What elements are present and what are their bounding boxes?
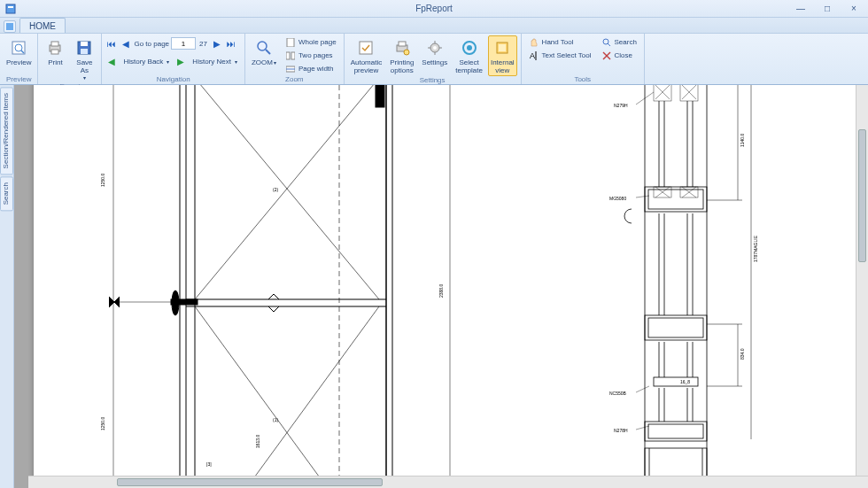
whole-page-button[interactable]: Whole page	[282, 35, 340, 49]
internal-view-icon	[493, 39, 511, 57]
svg-rect-15	[286, 52, 290, 59]
svg-rect-83	[648, 190, 703, 209]
svg-line-36	[608, 43, 610, 46]
app-icon	[4, 2, 18, 16]
svg-rect-14	[287, 38, 294, 47]
preview-icon	[10, 39, 27, 57]
page-width-button[interactable]: Page width	[282, 62, 340, 75]
svg-point-12	[258, 42, 267, 50]
whole-page-icon	[285, 37, 296, 48]
search-icon	[601, 37, 612, 48]
hand-tool-button[interactable]: Hand Tool	[525, 35, 595, 49]
svg-rect-11	[81, 49, 88, 54]
svg-point-24	[433, 46, 437, 50]
zoom-icon	[255, 39, 273, 57]
settings-button[interactable]: Settings	[419, 35, 450, 68]
horizontal-scrollbar[interactable]	[28, 476, 868, 488]
hand-icon	[529, 37, 539, 48]
svg-rect-39	[180, 85, 392, 488]
svg-line-46	[195, 85, 379, 299]
zoom-button[interactable]: ZOOM▾	[249, 35, 279, 69]
scrollbar-thumb[interactable]	[858, 129, 866, 262]
svg-rect-76	[654, 85, 671, 101]
svg-text:A: A	[530, 51, 535, 60]
svg-rect-1	[8, 6, 13, 8]
svg-line-128	[636, 196, 649, 198]
group-export: Print Save As ▾ Export	[38, 34, 102, 84]
close-button[interactable]: ×	[841, 1, 866, 15]
text-select-icon: A	[529, 50, 539, 61]
svg-text:(2): (2)	[273, 187, 278, 192]
svg-text:[3]: [3]	[206, 461, 212, 467]
svg-rect-32	[499, 44, 506, 51]
svg-line-47	[195, 85, 379, 299]
save-icon	[75, 39, 93, 57]
ribbon: Preview Preview Print Save As ▾ Export	[0, 34, 868, 85]
svg-rect-2	[6, 23, 13, 30]
svg-text:2388.0: 2388.0	[438, 283, 444, 298]
history-next-button[interactable]: History Next▾	[189, 55, 241, 68]
vertical-scrollbar[interactable]	[856, 85, 868, 476]
svg-rect-82	[645, 187, 707, 212]
svg-line-13	[266, 50, 270, 54]
svg-rect-19	[360, 42, 372, 54]
template-icon	[461, 39, 478, 57]
content-area: Section/Rendered items Search	[0, 85, 868, 488]
history-back-button[interactable]: History Back▾	[120, 55, 173, 68]
history-next-arrow[interactable]: ▶	[174, 55, 187, 67]
save-as-button[interactable]: Save As ▾	[71, 35, 97, 82]
group-navigation: ⏮ ◀ Go to page 27 ▶ ⏭ ◀ History Back▾ ▶ …	[102, 34, 244, 84]
page-total-label: 27	[198, 40, 209, 48]
svg-rect-16	[291, 52, 295, 59]
search-button[interactable]: Search	[598, 35, 640, 49]
svg-text:1787MAGLIE: 1787MAGLIE	[753, 235, 758, 262]
tab-home[interactable]: HOME	[19, 18, 66, 33]
svg-line-48	[195, 306, 379, 488]
page-number-input[interactable]	[171, 37, 196, 50]
history-back-arrow[interactable]: ◀	[105, 55, 118, 67]
select-template-button[interactable]: Select template	[453, 35, 485, 76]
save-as-dropdown-icon: ▾	[83, 74, 86, 81]
side-tab-sections[interactable]: Section/Rendered items	[0, 87, 13, 174]
two-pages-icon	[285, 50, 296, 61]
svg-rect-8	[51, 50, 58, 54]
svg-rect-95	[648, 318, 703, 337]
svg-rect-10	[81, 42, 88, 46]
group-preview: Preview Preview	[0, 34, 38, 84]
svg-text:(1): (1)	[273, 417, 278, 422]
group-zoom: ZOOM▾ Whole page Two pages Page width Zo…	[245, 34, 345, 84]
preview-button[interactable]: Preview	[4, 35, 34, 68]
next-page-button[interactable]: ▶	[211, 37, 223, 50]
report-page: 1250.0 1250.0 (2) (1) [3] 1613.0 2388.0	[34, 85, 866, 488]
scrollbar-thumb[interactable]	[117, 478, 383, 486]
svg-point-30	[467, 45, 472, 50]
group-settings: Automatic preview Printing options Setti…	[345, 34, 522, 84]
svg-text:N278H: N278H	[614, 428, 628, 433]
window-title: FpReport	[415, 4, 453, 13]
qat-button[interactable]	[4, 20, 16, 33]
tab-row: HOME	[0, 18, 868, 34]
maximize-button[interactable]: □	[815, 1, 840, 15]
automatic-preview-button[interactable]: Automatic preview	[348, 35, 385, 76]
svg-rect-40	[186, 85, 386, 488]
close-tool-button[interactable]: Close	[598, 49, 640, 62]
two-pages-button[interactable]: Two pages	[282, 49, 340, 62]
group-tools: Hand Tool A Text Select Tool Search Clos…	[522, 34, 645, 84]
minimize-button[interactable]: —	[788, 1, 813, 15]
canvas[interactable]: 1250.0 1250.0 (2) (1) [3] 1613.0 2388.0	[14, 85, 868, 488]
svg-text:1140.0: 1140.0	[740, 133, 745, 147]
print-button[interactable]: Print	[42, 35, 68, 68]
last-page-button[interactable]: ⏭	[225, 37, 237, 50]
internal-view-button[interactable]: Internal view	[488, 35, 517, 76]
side-tab-search[interactable]: Search	[0, 176, 13, 211]
svg-rect-106	[648, 424, 703, 438]
svg-text:16_8: 16_8	[680, 379, 690, 384]
printing-options-button[interactable]: Printing options	[387, 35, 416, 76]
svg-line-49	[195, 306, 379, 488]
prev-page-button[interactable]: ◀	[120, 37, 132, 50]
title-bar: FpReport — □ ×	[0, 0, 868, 18]
text-select-tool-button[interactable]: A Text Select Tool	[525, 49, 595, 62]
svg-point-22	[404, 50, 409, 55]
close-icon	[601, 50, 612, 61]
first-page-button[interactable]: ⏮	[105, 37, 118, 50]
